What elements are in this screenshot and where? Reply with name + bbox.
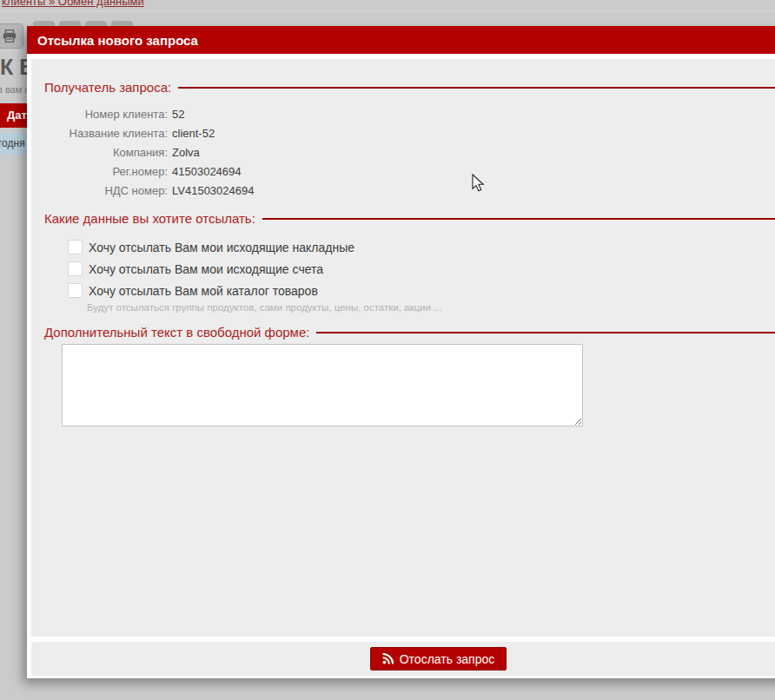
today-menu-item-partial[interactable]: годня <box>0 133 27 155</box>
field-label: Название клиента: <box>31 124 168 143</box>
mouse-cursor <box>472 174 486 196</box>
recipient-fields: Номер клиента: 52 Название клиента: clie… <box>31 105 775 201</box>
field-value: LV41503024694 <box>172 182 254 201</box>
rss-feed-icon <box>382 653 394 664</box>
outgoing-waybills-checkbox[interactable] <box>68 240 83 254</box>
breadcrumb[interactable]: клиенты » Обмен данными <box>2 0 144 8</box>
dialog-title: Отсылка нового запроса <box>37 33 198 48</box>
dialog-body: Получатель запроса: Номер клиента: 52 На… <box>31 59 775 637</box>
dialog-bottom-padding <box>27 676 775 678</box>
free-text-textarea[interactable] <box>62 344 583 426</box>
dialog-header: Отсылка нового запроса <box>27 26 775 54</box>
outgoing-invoices-checkbox[interactable] <box>68 261 83 276</box>
checkbox-label[interactable]: Хочу отсылать Вам мой каталог товаров <box>89 284 318 298</box>
product-catalog-checkbox[interactable] <box>68 283 83 298</box>
dialog-footer: Отослать запрос <box>31 642 775 676</box>
field-value: client-52 <box>172 124 215 143</box>
data-choice-options: Хочу отсылать Вам мои исходящие накладны… <box>31 236 775 313</box>
printer-icon <box>3 30 17 43</box>
page: { "page": { "breadcrumb": "клиенты » Обм… <box>0 0 775 700</box>
section-data-choice-title: Какие данные вы хотите отсылать: <box>44 211 255 226</box>
field-value: 41503024694 <box>172 162 242 182</box>
checkbox-label[interactable]: Хочу отсылать Вам мои исходящие счета <box>89 262 323 276</box>
print-button[interactable] <box>0 23 23 49</box>
field-row-client-number: Номер клиента: 52 <box>31 105 775 124</box>
field-row-company: Компания: Zolva <box>31 143 775 162</box>
option-product-catalog: Хочу отсылать Вам мой каталог товаров <box>31 280 775 301</box>
catalog-hint-text: Будут отсылаться группы продуктов, сами … <box>31 302 775 313</box>
section-data-choice: Какие данные вы хотите отсылать: <box>31 211 775 226</box>
field-label: Компания: <box>31 143 168 162</box>
send-request-button[interactable]: Отослать запрос <box>370 647 507 670</box>
breadcrumb-bar: клиенты » Обмен данными <box>0 0 775 11</box>
send-request-dialog: Отсылка нового запроса Получатель запрос… <box>27 26 775 678</box>
section-recipient-title: Получатель запроса: <box>44 80 171 95</box>
field-value: 52 <box>172 105 184 124</box>
section-divider-line <box>262 218 775 220</box>
section-divider-line <box>178 87 775 89</box>
page-subtext-partial: в вам о <box>0 84 30 95</box>
section-free-text-title: Дополнительный текст в свободной форме: <box>44 325 309 340</box>
checkbox-label[interactable]: Хочу отсылать Вам мои исходящие накладны… <box>89 241 354 254</box>
section-divider-line <box>316 332 775 333</box>
send-request-button-label: Отослать запрос <box>400 652 495 666</box>
option-outgoing-invoices: Хочу отсылать Вам мои исходящие счета <box>31 258 775 280</box>
field-label: Рег.номер: <box>31 162 168 182</box>
field-value: Zolva <box>172 143 200 162</box>
option-outgoing-waybills: Хочу отсылать Вам мои исходящие накладны… <box>31 236 775 258</box>
section-free-text: Дополнительный текст в свободной форме: <box>31 325 775 340</box>
field-row-vat-number: НДС номер: LV41503024694 <box>31 182 775 201</box>
date-tab-partial[interactable]: Дат <box>0 103 27 128</box>
field-label: НДС номер: <box>31 182 168 201</box>
field-row-reg-number: Рег.номер: 41503024694 <box>31 162 775 182</box>
field-label: Номер клиента: <box>31 105 168 124</box>
section-recipient: Получатель запроса: <box>31 80 775 95</box>
field-row-client-name: Название клиента: client-52 <box>31 124 775 143</box>
